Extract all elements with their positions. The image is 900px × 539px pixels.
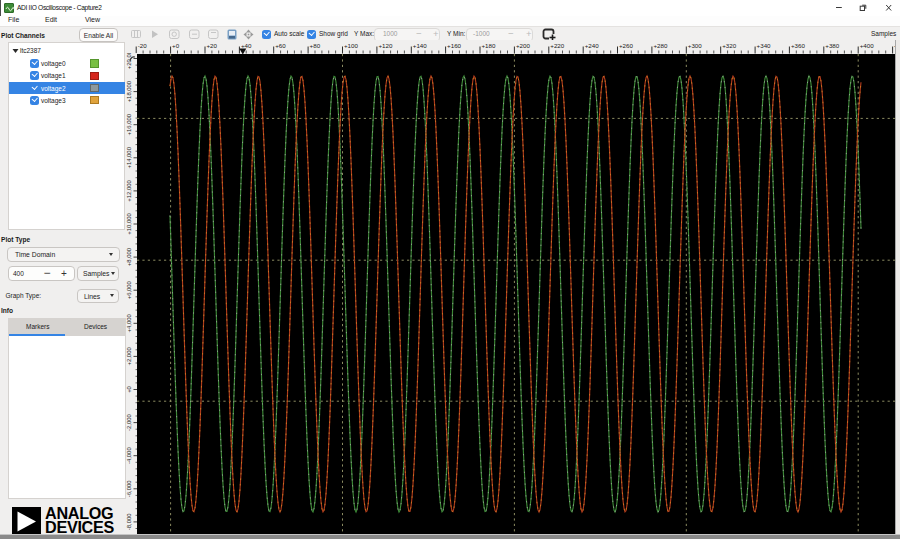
- svg-text:+200: +200: [516, 42, 530, 49]
- svg-text:+360: +360: [791, 42, 805, 49]
- svg-text:+320: +320: [722, 42, 736, 49]
- svg-text:-20: -20: [138, 42, 148, 49]
- svg-text:+80: +80: [310, 42, 321, 49]
- svg-text:+120: +120: [378, 42, 392, 49]
- svg-text:-2,000: -2,000: [126, 414, 132, 431]
- svg-text:+180: +180: [482, 42, 496, 49]
- svg-text:+280: +280: [653, 42, 667, 49]
- svg-text:+160: +160: [447, 42, 461, 49]
- svg-text:+16,000: +16,000: [126, 113, 132, 135]
- svg-text:+4,000: +4,000: [126, 313, 132, 332]
- svg-text:+14,000: +14,000: [126, 146, 132, 168]
- svg-text:+12,000: +12,000: [126, 179, 132, 201]
- svg-text:+340: +340: [757, 42, 771, 49]
- svg-text:+40: +40: [241, 42, 252, 49]
- svg-text:+0: +0: [126, 385, 132, 392]
- svg-text:+6,000: +6,000: [126, 280, 132, 299]
- svg-text:+8,000: +8,000: [126, 247, 132, 266]
- svg-text:+140: +140: [413, 42, 427, 49]
- svg-text:+20: +20: [207, 42, 218, 49]
- svg-text:+2,000: +2,000: [126, 347, 132, 366]
- svg-text:-4,000: -4,000: [126, 447, 132, 464]
- svg-text:+380: +380: [825, 42, 839, 49]
- svg-text:+100: +100: [344, 42, 358, 49]
- svg-text:-6,000: -6,000: [126, 480, 132, 497]
- svg-text:+260: +260: [619, 42, 633, 49]
- svg-text:+60: +60: [275, 42, 286, 49]
- svg-text:+220: +220: [550, 42, 564, 49]
- svg-text:-8,000: -8,000: [126, 513, 132, 530]
- svg-text:+18,000: +18,000: [126, 80, 132, 102]
- svg-text:+0: +0: [172, 42, 180, 49]
- svg-text:+240: +240: [585, 42, 599, 49]
- svg-text:+10,000: +10,000: [126, 213, 132, 235]
- svg-text:+400: +400: [860, 42, 874, 49]
- svg-text:+300: +300: [688, 42, 702, 49]
